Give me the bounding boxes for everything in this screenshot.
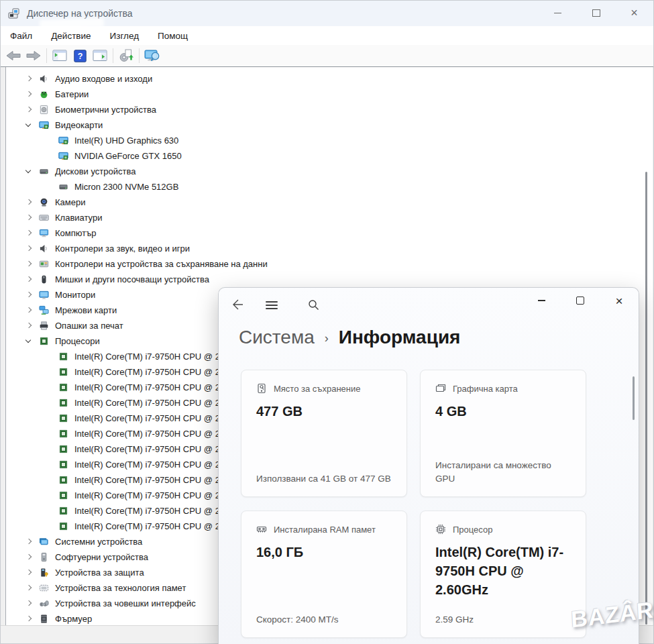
forward-arrow-icon[interactable] [23, 47, 44, 64]
info-card: Място за съхранение477 GBИзползвани са 4… [241, 370, 407, 497]
tree-item[interactable]: Камери [6, 195, 653, 210]
info-cards: Място за съхранение477 GBИзползвани са 4… [241, 370, 586, 638]
scan-hardware-icon[interactable] [116, 47, 136, 64]
card-value: 477 GB [256, 402, 392, 421]
tree-item[interactable]: Контролери за звук, видео и игри [6, 241, 653, 256]
chevron-right-icon[interactable] [23, 583, 34, 594]
page-title: Информация [339, 327, 461, 348]
tree-item[interactable]: Micron 2300 NVMe 512GB [6, 179, 653, 195]
window-title: Диспечер на устройства [27, 8, 133, 19]
menu-item-action[interactable]: Действие [44, 28, 97, 44]
tree-item-label: Системни устройства [55, 537, 142, 547]
cpu-icon [58, 382, 69, 392]
computer-search-icon[interactable] [142, 47, 162, 64]
menu-item-help[interactable]: Помощ [151, 28, 195, 44]
chevron-right-icon[interactable] [23, 89, 34, 100]
settings-maximize-button[interactable] [561, 290, 600, 311]
minimize-button[interactable] [539, 1, 577, 25]
tree-scrollbar[interactable] [645, 172, 647, 625]
tree-item[interactable]: Компютър [6, 225, 653, 241]
chevron-right-icon[interactable] [23, 213, 34, 223]
tree-item[interactable]: Клавиатури [6, 210, 653, 225]
console-tree-icon[interactable] [50, 47, 70, 64]
chevron-right-icon[interactable] [23, 305, 34, 316]
toolbar-separator [113, 48, 113, 63]
action-pane-icon[interactable] [90, 47, 110, 64]
chevron-right-icon[interactable] [23, 105, 34, 115]
chevron-right-icon: › [325, 331, 329, 345]
tree-item[interactable]: Батерии [6, 87, 653, 102]
back-arrow-icon[interactable] [3, 47, 23, 64]
storage-card-icon [256, 383, 267, 394]
tree-item-label: Софтуерни устройства [55, 552, 148, 562]
chevron-right-icon[interactable] [23, 259, 34, 270]
tree-item-label: Биометрични устройства [55, 105, 156, 115]
back-arrow-icon[interactable] [232, 299, 244, 311]
chevron-right-icon[interactable] [23, 568, 34, 578]
card-value: 16,0 ГБ [256, 543, 392, 561]
chevron-right-icon[interactable] [23, 552, 34, 563]
software-icon [38, 552, 50, 562]
card-title: Място за съхранение [274, 384, 361, 394]
display-icon [58, 151, 69, 161]
gpu-card-icon [435, 383, 446, 394]
toolbar-separator [139, 48, 140, 63]
tree-item-label: Батерии [55, 89, 89, 99]
tree-item[interactable]: Мишки и други посочващи устройства [6, 272, 653, 287]
chevron-down-icon[interactable] [23, 166, 34, 177]
settings-minimize-button[interactable] [522, 290, 561, 311]
tree-item[interactable]: Видеокарти [6, 117, 653, 133]
chevron-right-icon[interactable] [23, 598, 34, 609]
tree-item-label: Видеокарти [55, 120, 103, 130]
settings-scrollbar[interactable] [633, 376, 635, 420]
info-card: Инсталирана RAM памет16,0 ГБСкорост: 240… [241, 511, 407, 638]
chevron-right-icon[interactable] [23, 274, 34, 285]
card-detail: Инсталирани са множество GPU [435, 459, 571, 486]
chevron-right-icon[interactable] [23, 244, 34, 254]
chevron-right-icon[interactable] [23, 197, 34, 208]
chevron-right-icon[interactable] [23, 228, 34, 239]
disk-icon [38, 166, 50, 176]
hid-icon [38, 598, 50, 608]
settings-close-button[interactable]: × [600, 290, 639, 311]
menu-item-view[interactable]: Изглед [103, 28, 146, 44]
monitor-icon [38, 290, 50, 300]
tree-item[interactable]: Аудио входове и изходи [6, 71, 653, 87]
breadcrumb-parent[interactable]: Система [239, 327, 315, 348]
search-icon[interactable] [308, 299, 319, 311]
tree-item-label: Устройства за човешки интерфейс [55, 598, 196, 608]
cpu-icon [58, 521, 69, 531]
speaker-icon [38, 244, 50, 254]
close-button[interactable]: × [615, 1, 653, 25]
tree-item[interactable]: Биометрични устройства [6, 102, 653, 117]
chevron-down-icon[interactable] [23, 336, 34, 347]
info-card: ПроцесорIntel(R) Core(TM) i7-9750H CPU @… [420, 511, 586, 638]
chevron-right-icon[interactable] [23, 290, 34, 301]
mouse-icon [38, 274, 50, 284]
tree-item[interactable]: Дискови устройства [6, 164, 653, 179]
chevron-right-icon[interactable] [23, 74, 34, 85]
tree-item-label: Контролери на устройства за съхраняване … [55, 259, 268, 269]
tree-item-label: Устройства за защита [55, 568, 144, 578]
chevron-right-icon[interactable] [23, 614, 34, 625]
card-detail: Използвани са 41 GB от 477 GB [256, 472, 392, 486]
display-icon [38, 120, 50, 130]
chevron-right-icon[interactable] [23, 321, 34, 331]
tree-item-label: Контролери за звук, видео и игри [55, 244, 190, 254]
cpu-icon [58, 475, 69, 485]
toolbar-separator [46, 48, 47, 63]
chevron-down-icon[interactable] [23, 120, 34, 131]
display-icon [58, 136, 69, 146]
hamburger-menu-icon[interactable] [266, 301, 278, 309]
menu-item-file[interactable]: Файл [3, 28, 39, 44]
tree-item[interactable]: Intel(R) UHD Graphics 630 [6, 133, 653, 148]
help-icon[interactable]: ? [70, 47, 90, 64]
tree-item[interactable]: Контролери на устройства за съхраняване … [6, 256, 653, 272]
chevron-right-icon[interactable] [23, 537, 34, 547]
maximize-button[interactable] [577, 1, 615, 25]
system-devices-icon [38, 537, 50, 547]
cpu-icon [58, 460, 69, 470]
cpu-icon [58, 413, 69, 423]
camera-icon [38, 197, 50, 207]
tree-item[interactable]: NVIDIA GeForce GTX 1650 [6, 148, 653, 164]
